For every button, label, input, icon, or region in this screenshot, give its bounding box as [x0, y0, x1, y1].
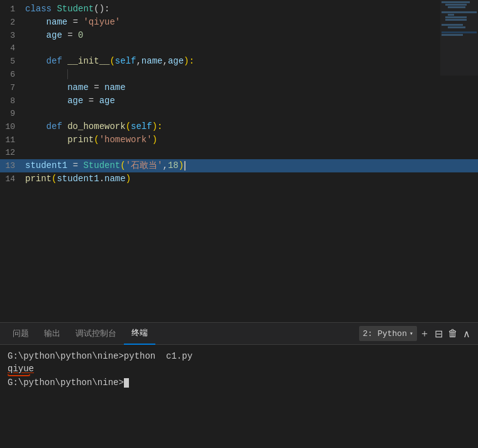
code-line-14: 14print(student1.name): [0, 172, 478, 186]
line-content-7: name = name: [25, 81, 478, 94]
minimap: [440, 0, 478, 76]
line-content-14: print(student1.name): [25, 172, 478, 185]
line-number-14: 14: [0, 173, 25, 186]
line-number-11: 11: [0, 134, 25, 147]
terminal-tabs: 问题 输出 调试控制台 终端 2: Python ▾ ＋ ⊟ 🗑 ∧: [0, 323, 478, 345]
tab-problems[interactable]: 问题: [5, 323, 36, 345]
line-content-11: print('homework'): [25, 133, 478, 146]
code-container: 1class Student():2 name = 'qiyue'3 age =…: [0, 0, 478, 322]
tab-output[interactable]: 输出: [36, 323, 68, 345]
line-number-8: 8: [0, 95, 25, 108]
code-line-11: 11 print('homework'): [0, 133, 478, 147]
code-line-13: 13student1 = Student('石敢当',18): [0, 159, 478, 172]
terminal-panel: 问题 输出 调试控制台 终端 2: Python ▾ ＋ ⊟ 🗑 ∧ G:\py…: [0, 322, 478, 448]
line-number-12: 12: [0, 147, 25, 159]
add-terminal-button[interactable]: ＋: [417, 325, 432, 343]
line-number-5: 5: [0, 55, 25, 68]
line-content-8: age = age: [25, 94, 478, 107]
code-line-8: 8 age = age: [0, 94, 478, 108]
line-number-6: 6: [0, 69, 25, 81]
tab-terminal[interactable]: 终端: [124, 323, 155, 345]
terminal-line-3: G:\python\python\nine>: [8, 376, 470, 389]
code-line-10: 10 def do_homework(self):: [0, 120, 478, 133]
terminal-line-0: G:\python\python\nine>python c1.py: [8, 350, 470, 362]
code-line-2: 2 name = 'qiyue': [0, 16, 478, 29]
line-number-7: 7: [0, 82, 25, 94]
split-terminal-button[interactable]: ⊟: [432, 325, 445, 342]
line-content-1: class Student():: [25, 3, 478, 15]
line-number-13: 13: [0, 160, 25, 172]
line-content-10: def do_homework(self):: [25, 120, 478, 133]
terminal-cursor: [124, 378, 129, 388]
line-number-9: 9: [0, 108, 25, 120]
line-number-4: 4: [0, 42, 25, 55]
line-number-3: 3: [0, 30, 25, 42]
line-content-3: age = 0: [25, 29, 478, 42]
editor-area: 1class Student():2 name = 'qiyue'3 age =…: [0, 0, 478, 322]
text-cursor: [184, 161, 186, 171]
code-line-5: 5 def __init__(self,name,age):: [0, 55, 478, 68]
line-number-2: 2: [0, 16, 25, 29]
line-content-5: def __init__(self,name,age):: [25, 55, 478, 67]
terminal-line-1: qiyue: [8, 362, 470, 376]
line-content-13: student1 = Student('石敢当',18): [25, 159, 478, 172]
code-line-9: 9: [0, 108, 478, 120]
chevron-down-icon: ▾: [409, 330, 413, 337]
line-number-1: 1: [0, 3, 25, 16]
code-line-3: 3 age = 0: [0, 29, 478, 42]
code-line-7: 7 name = name: [0, 81, 478, 94]
tab-debug-console[interactable]: 调试控制台: [68, 323, 124, 345]
code-line-6: 6: [0, 68, 478, 81]
code-line-1: 1class Student():: [0, 3, 478, 16]
line-number-10: 10: [0, 121, 25, 133]
terminal-content[interactable]: G:\python\python\nine>python c1.pyqiyueG…: [0, 345, 478, 448]
line-content-6: [25, 68, 478, 81]
terminal-dropdown[interactable]: 2: Python ▾: [359, 326, 417, 341]
delete-terminal-button[interactable]: 🗑: [445, 325, 460, 342]
code-line-4: 4: [0, 42, 478, 55]
code-line-12: 12: [0, 147, 478, 159]
line-content-2: name = 'qiyue': [25, 16, 478, 28]
maximize-panel-button[interactable]: ∧: [460, 325, 473, 342]
